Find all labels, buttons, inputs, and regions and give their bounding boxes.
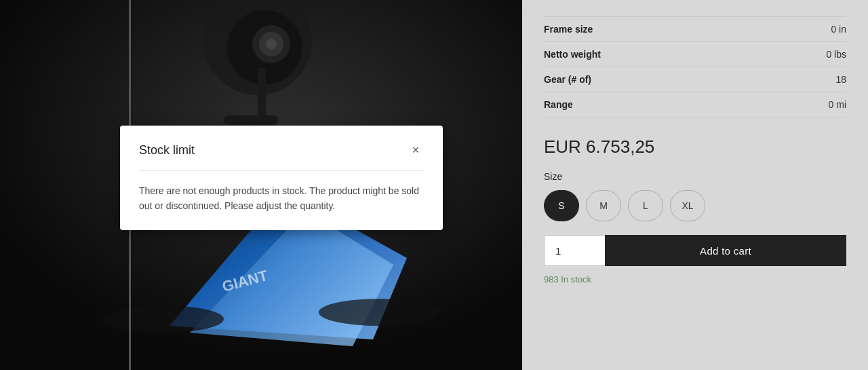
quantity-input[interactable] <box>544 235 605 266</box>
spec-row-range: Range 0 mi <box>544 92 846 117</box>
spec-value-netto-weight: 0 lbs <box>826 49 846 60</box>
size-button-xl[interactable]: XL <box>670 190 705 221</box>
specs-table: Frame size 0 in Netto weight 0 lbs Gear … <box>544 16 846 117</box>
spec-value-gear: 18 <box>835 74 846 85</box>
stock-info: 983 In stock <box>544 274 846 284</box>
add-to-cart-row: Add to cart <box>544 235 846 266</box>
size-options: S M L XL <box>544 190 846 221</box>
modal-title: Stock limit <box>139 143 195 158</box>
modal-header: Stock limit × <box>139 142 424 158</box>
spec-row-netto-weight: Netto weight 0 lbs <box>544 42 846 67</box>
modal-divider-line <box>139 170 424 171</box>
size-button-s[interactable]: S <box>544 190 579 221</box>
product-panel: Frame size 0 in Netto weight 0 lbs Gear … <box>522 0 868 370</box>
spec-label-gear: Gear (# of) <box>544 74 591 85</box>
spec-label-netto-weight: Netto weight <box>544 49 601 60</box>
spec-row-gear: Gear (# of) 18 <box>544 67 846 92</box>
spec-label-frame-size: Frame size <box>544 24 593 35</box>
product-image-bg: GIANT Stock limit × There are not enough… <box>0 0 522 370</box>
size-button-m[interactable]: M <box>586 190 621 221</box>
spec-label-range: Range <box>544 99 573 110</box>
modal-close-button[interactable]: × <box>408 142 424 158</box>
size-label: Size <box>544 171 846 182</box>
size-button-l[interactable]: L <box>628 190 663 221</box>
add-to-cart-button[interactable]: Add to cart <box>605 235 846 266</box>
modal-body-text: There are not enough products in stock. … <box>139 183 424 214</box>
product-price: EUR 6.753,25 <box>544 136 846 158</box>
product-image-panel: GIANT Stock limit × There are not enough… <box>0 0 522 370</box>
spec-value-range: 0 mi <box>829 99 846 110</box>
spec-row-frame-size: Frame size 0 in <box>544 16 846 42</box>
modal-overlay: Stock limit × There are not enough produ… <box>0 0 522 370</box>
spec-value-frame-size: 0 in <box>831 24 846 35</box>
stock-limit-modal: Stock limit × There are not enough produ… <box>120 126 443 230</box>
